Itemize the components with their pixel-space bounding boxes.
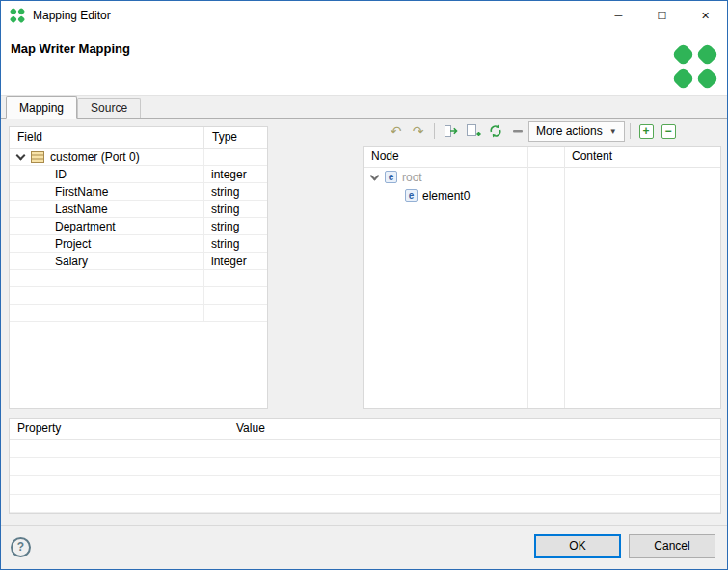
empty-row	[10, 495, 720, 513]
column-header-spacer	[527, 147, 564, 167]
mapping-toolbar: ↶ ↷	[385, 120, 680, 143]
field-type: string	[204, 183, 267, 200]
close-button[interactable]: ✕	[684, 1, 727, 30]
field-row-project[interactable]: Project string	[10, 235, 267, 253]
remove-mapping-button[interactable]	[507, 121, 527, 142]
empty-row	[10, 476, 720, 495]
field-type: string	[204, 235, 267, 252]
undo-button[interactable]: ↶	[386, 121, 406, 142]
record-icon	[31, 151, 44, 163]
property-table-header: Property Value	[10, 419, 720, 440]
field-row-department[interactable]: Department string	[10, 218, 267, 235]
empty-row	[10, 287, 267, 305]
title-bar: Mapping Editor ─ ☐ ✕	[1, 1, 727, 30]
expand-all-button[interactable]: +	[636, 121, 657, 142]
redo-button[interactable]: ↷	[408, 121, 428, 142]
tree-row-element0[interactable]: e element0	[364, 186, 720, 204]
more-actions-button[interactable]: More actions ▼	[528, 121, 625, 142]
chevron-down-icon[interactable]	[16, 151, 26, 161]
empty-row	[10, 440, 720, 458]
window-title: Mapping Editor	[33, 9, 111, 22]
map-fields-button[interactable]	[441, 121, 461, 142]
ok-button[interactable]: OK	[534, 534, 621, 558]
close-icon: ✕	[701, 10, 710, 22]
maximize-button[interactable]: ☐	[640, 1, 684, 30]
undo-icon: ↶	[391, 124, 402, 138]
field-row-id[interactable]: ID integer	[10, 166, 267, 183]
collapse-all-button[interactable]: −	[659, 121, 679, 142]
chevron-down-icon[interactable]	[370, 172, 380, 181]
tree-row-customer[interactable]: customer (Port 0)	[10, 149, 267, 166]
minimize-button[interactable]: ─	[597, 1, 640, 30]
field-type: integer	[204, 253, 267, 269]
remove-icon	[510, 123, 526, 139]
field-type: string	[204, 201, 267, 217]
expand-all-icon: +	[639, 124, 654, 139]
dropdown-caret-icon: ▼	[609, 127, 617, 136]
element-icon: e	[385, 171, 397, 183]
maximize-icon: ☐	[658, 10, 667, 22]
element-icon: e	[405, 189, 418, 202]
help-button[interactable]: ?	[11, 537, 31, 557]
field-table: Field Type customer (Port 0) ID integer …	[9, 126, 268, 409]
property-table: Property Value	[9, 418, 721, 514]
add-child-element-button[interactable]	[463, 121, 483, 142]
toolbar-separator	[434, 123, 435, 139]
tree-root-label: customer (Port 0)	[50, 150, 140, 164]
map-fields-icon	[444, 123, 459, 139]
column-divider[interactable]	[229, 419, 229, 513]
help-icon: ?	[17, 540, 24, 554]
add-element-icon	[466, 123, 481, 139]
mapping-editor-dialog: Mapping Editor ─ ☐ ✕ Map Writer Mapping …	[0, 0, 728, 570]
empty-row	[10, 270, 267, 287]
tab-mapping[interactable]: Mapping	[6, 96, 77, 119]
field-row-salary[interactable]: Salary integer	[10, 253, 267, 270]
empty-row	[10, 305, 267, 322]
window-controls: ─ ☐ ✕	[597, 1, 727, 30]
auto-map-button[interactable]	[485, 121, 505, 142]
column-header-field[interactable]: Field	[10, 127, 204, 148]
tree-row-root[interactable]: e root	[364, 168, 720, 186]
app-clover-icon	[10, 8, 25, 23]
tab-source[interactable]: Source	[77, 98, 141, 118]
page-title: Map Writer Mapping	[11, 41, 130, 56]
empty-row	[10, 458, 720, 476]
column-divider[interactable]	[527, 147, 528, 408]
column-divider[interactable]	[564, 147, 565, 408]
toolbar-separator	[630, 123, 631, 139]
node-label-root: root	[402, 171, 422, 184]
dialog-header: Map Writer Mapping	[1, 30, 727, 96]
tab-strip: Mapping Source	[1, 96, 727, 119]
cancel-button[interactable]: Cancel	[629, 534, 715, 558]
column-header-node[interactable]: Node	[364, 147, 527, 167]
minimize-icon: ─	[615, 10, 623, 21]
dialog-footer: ? OK Cancel	[1, 525, 727, 569]
column-header-property[interactable]: Property	[10, 419, 229, 439]
redo-icon: ↷	[413, 124, 424, 138]
field-table-header: Field Type	[10, 127, 267, 149]
auto-map-icon	[488, 123, 503, 139]
field-type: integer	[204, 166, 267, 182]
collapse-all-icon: −	[661, 124, 676, 139]
column-header-content[interactable]: Content	[564, 147, 612, 167]
column-header-value[interactable]: Value	[229, 419, 265, 439]
field-type: string	[204, 218, 267, 234]
node-table: Node Content e root e element0	[363, 146, 721, 409]
node-label-element0: element0	[422, 189, 470, 203]
column-header-type[interactable]: Type	[204, 127, 237, 148]
clover-logo-icon	[672, 43, 718, 90]
field-row-firstname[interactable]: FirstName string	[10, 183, 267, 201]
more-actions-label: More actions	[536, 124, 603, 138]
field-row-lastname[interactable]: LastName string	[10, 201, 267, 218]
node-table-header: Node Content	[364, 147, 720, 168]
